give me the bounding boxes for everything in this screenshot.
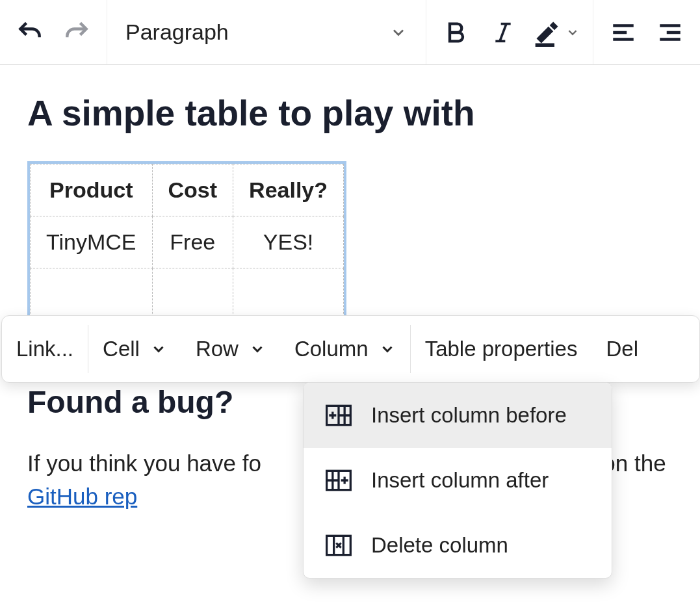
table-cell[interactable] <box>152 268 233 320</box>
table-header[interactable]: Cost <box>152 164 233 216</box>
align-right-icon <box>656 19 684 46</box>
table-row[interactable] <box>31 268 344 320</box>
table-row[interactable]: TinyMCE Free YES! <box>31 216 344 268</box>
italic-button[interactable] <box>480 9 526 56</box>
row-menu-button[interactable]: Row <box>181 316 280 382</box>
undo-redo-group <box>0 0 107 64</box>
chevron-down-icon <box>379 341 396 358</box>
insert-column-before-item[interactable]: Insert column before <box>304 383 612 448</box>
redo-button[interactable] <box>53 9 100 56</box>
redo-icon <box>62 18 91 47</box>
undo-icon <box>16 18 44 47</box>
table-cell[interactable] <box>31 268 153 320</box>
format-label: Paragraph <box>125 20 229 45</box>
table-cell[interactable]: YES! <box>233 216 344 268</box>
table-cell[interactable]: TinyMCE <box>31 216 153 268</box>
chevron-down-icon <box>150 341 167 358</box>
chevron-down-icon <box>565 25 580 40</box>
undo-button[interactable] <box>6 9 53 56</box>
insert-column-before-icon <box>324 401 353 430</box>
main-toolbar: Paragraph <box>0 0 700 65</box>
svg-line-2 <box>500 23 506 41</box>
chevron-down-icon <box>389 23 408 42</box>
italic-icon <box>490 20 516 46</box>
highlight-icon <box>533 18 562 47</box>
highlight-button[interactable] <box>526 9 586 56</box>
table-properties-button[interactable]: Table properties <box>411 316 592 382</box>
link-button[interactable]: Link... <box>2 316 88 382</box>
svg-rect-3 <box>536 43 554 47</box>
insert-column-after-item[interactable]: Insert column after <box>304 448 612 513</box>
insert-column-after-icon <box>324 466 353 495</box>
table-cell[interactable] <box>233 268 344 320</box>
align-left-button[interactable] <box>600 9 647 56</box>
align-right-button[interactable] <box>647 9 694 56</box>
bold-icon <box>443 20 469 46</box>
sample-table[interactable]: Product Cost Really? TinyMCE Free YES! <box>30 164 344 320</box>
table-context-toolbar: Link... Cell Row Column Table properties… <box>1 315 700 383</box>
text-style-group <box>426 0 593 64</box>
column-dropdown-menu: Insert column before Insert column after… <box>303 382 612 578</box>
cell-menu-button[interactable]: Cell <box>88 316 181 382</box>
table-header[interactable]: Really? <box>233 164 344 216</box>
column-menu-button[interactable]: Column <box>280 316 410 382</box>
table-cell[interactable]: Free <box>152 216 233 268</box>
align-group <box>593 0 700 64</box>
heading-1: A simple table to play with <box>27 92 673 134</box>
bold-button[interactable] <box>433 9 480 56</box>
github-link[interactable]: GitHub rep <box>27 484 137 509</box>
table-header[interactable]: Product <box>31 164 153 216</box>
delete-column-item[interactable]: Delete column <box>304 513 612 578</box>
block-format-select[interactable]: Paragraph <box>107 0 426 64</box>
table-selection[interactable]: Product Cost Really? TinyMCE Free YES! <box>27 161 346 323</box>
format-group: Paragraph <box>107 0 426 64</box>
align-left-icon <box>610 19 637 46</box>
chevron-down-icon <box>249 341 266 358</box>
delete-table-button[interactable]: Del <box>591 316 638 382</box>
delete-column-icon <box>324 531 353 560</box>
